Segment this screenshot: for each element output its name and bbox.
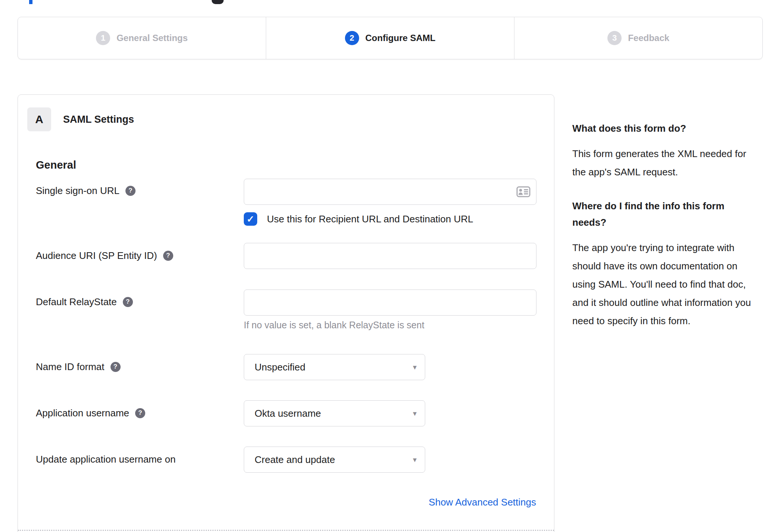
cropped-header-icon-fragment (212, 0, 224, 4)
nameid-format-select[interactable]: Unspecified ▾ (244, 354, 425, 380)
help-icon[interactable]: ? (123, 297, 133, 307)
section-title: SAML Settings (63, 114, 134, 125)
help-icon[interactable]: ? (125, 186, 136, 196)
sso-url-input[interactable] (244, 179, 536, 205)
sso-url-input-wrap (244, 179, 536, 205)
help-answer-1: This form generates the XML needed for t… (572, 145, 761, 181)
cropped-header-fragment (29, 0, 32, 4)
relaystate-input[interactable] (244, 290, 536, 316)
step-label: Feedback (628, 33, 669, 43)
nameid-format-value: Unspecified (255, 362, 305, 373)
show-advanced-settings-link[interactable]: Show Advanced Settings (429, 497, 536, 508)
step-general-settings[interactable]: 1 General Settings (18, 17, 266, 59)
audience-uri-input[interactable] (244, 243, 536, 269)
update-username-value: Create and update (255, 454, 335, 466)
dashed-section-divider (18, 530, 554, 531)
recipient-url-checkbox-row: ✓ Use this for Recipient URL and Destina… (244, 212, 473, 226)
app-username-label: Application username (36, 407, 129, 419)
update-username-select[interactable]: Create and update ▾ (244, 447, 425, 473)
saml-settings-card: A SAML Settings General Single sign-on U… (18, 94, 554, 532)
help-icon[interactable]: ? (135, 408, 145, 418)
step-label: Configure SAML (365, 33, 436, 43)
audience-uri-label: Audience URI (SP Entity ID) (36, 250, 157, 262)
step-label: General Settings (116, 33, 188, 43)
check-icon: ✓ (247, 214, 255, 225)
section-letter-badge: A (27, 107, 51, 131)
relaystate-input-wrap (244, 290, 536, 316)
recipient-url-checkbox[interactable]: ✓ (244, 212, 257, 226)
nameid-format-label-row: Name ID format ? (36, 360, 121, 373)
help-icon[interactable]: ? (163, 251, 173, 261)
step-feedback[interactable]: 3 Feedback (514, 17, 762, 59)
audience-uri-input-wrap (244, 243, 536, 269)
caret-down-icon: ▾ (413, 409, 417, 418)
caret-down-icon: ▾ (413, 455, 417, 464)
help-icon[interactable]: ? (111, 362, 121, 372)
step-number-badge: 1 (96, 31, 110, 45)
contact-card-icon[interactable] (516, 186, 530, 197)
wizard-stepper: 1 General Settings 2 Configure SAML 3 Fe… (18, 17, 763, 59)
step-number-badge: 2 (345, 31, 359, 45)
app-username-select[interactable]: Okta username ▾ (244, 400, 425, 426)
section-header: A SAML Settings (27, 107, 134, 131)
help-question-2: Where do I find the info this form needs… (572, 198, 761, 231)
help-answer-2: The app you're trying to integrate with … (572, 239, 761, 330)
audience-uri-label-row: Audience URI (SP Entity ID) ? (36, 249, 173, 262)
update-username-label-row: Update application username on (36, 453, 175, 466)
app-username-label-row: Application username ? (36, 406, 145, 420)
relaystate-label: Default RelayState (36, 296, 117, 308)
recipient-url-checkbox-label: Use this for Recipient URL and Destinati… (267, 213, 473, 225)
sso-url-label-row: Single sign-on URL ? (36, 184, 136, 197)
step-number-badge: 3 (607, 31, 622, 45)
relaystate-helper-text: If no value is set, a blank RelayState i… (244, 320, 424, 331)
relaystate-label-row: Default RelayState ? (36, 295, 133, 309)
help-sidebar: What does this form do? This form genera… (572, 120, 761, 347)
help-question-1: What does this form do? (572, 120, 761, 137)
step-configure-saml[interactable]: 2 Configure SAML (266, 17, 514, 59)
app-username-value: Okta username (255, 408, 321, 419)
caret-down-icon: ▾ (413, 363, 417, 372)
nameid-format-label: Name ID format (36, 361, 105, 373)
update-username-label: Update application username on (36, 454, 175, 465)
sso-url-label: Single sign-on URL (36, 185, 119, 197)
general-group-heading: General (36, 159, 76, 171)
